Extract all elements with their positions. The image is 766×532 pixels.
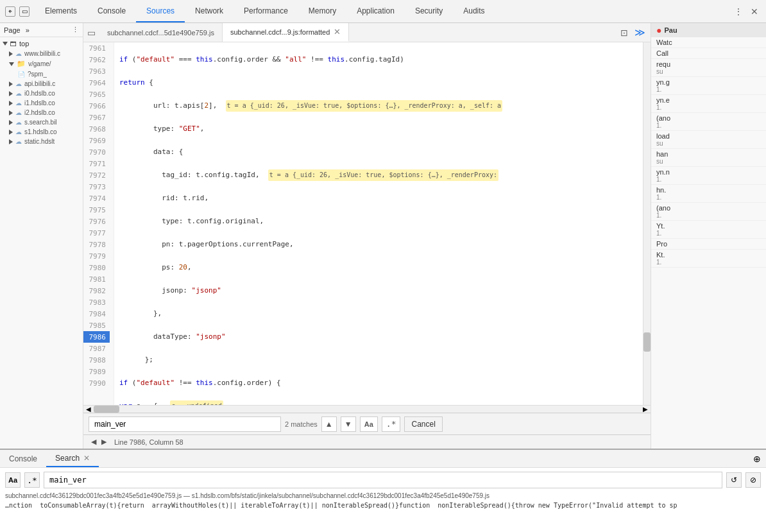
file-tabs: ▭ subchannel.cdcf...5d1e490e759.js subch… [83,23,651,42]
sidebar-label-i2: i2.hdslb.co [24,109,55,116]
right-han[interactable]: han su [651,149,766,167]
find-case-button[interactable]: Aa [360,416,378,432]
nav-tabs: Elements Console Sources Network Perform… [35,0,495,22]
find-cancel-button[interactable]: Cancel [404,416,442,432]
code-line-7968: type: t.config.original, [119,216,643,227]
right-panel-header: ● Pau [651,23,766,37]
expand-icon [9,120,13,125]
device-icon[interactable]: ▭ [19,6,30,17]
bottom-tab-search[interactable]: Search ✕ [46,450,99,467]
right-yn-g[interactable]: yn.g 1. [651,77,766,95]
sidebar-item-vgame[interactable]: 📁 v/game/ [0,58,83,69]
sidebar-item-top[interactable]: 🗔 top [0,39,83,49]
bottom-tab-console[interactable]: Console [0,450,46,467]
nav-back-icon[interactable]: ◀ [89,437,99,447]
right-requ[interactable]: requ su [651,59,766,77]
right-ano-2[interactable]: (ano 1. [651,203,766,221]
search-case-button[interactable]: Aa [5,472,21,488]
sidebar-item-ssearch[interactable]: ☁ s.search.bil [0,117,83,127]
tab-sources[interactable]: Sources [136,0,185,22]
sidebar-item-static[interactable]: ☁ static.hdslt [0,137,83,146]
bottom-area: Console Search ✕ ⊕ Aa .* ↺ ⊘ subchannel.… [0,449,766,532]
sidebar-item-i1[interactable]: ☁ i1.hdslb.co [0,98,83,108]
sidebar-item-bilibili[interactable]: ☁ www.bilibili.c [0,49,83,58]
right-yn-n[interactable]: yn.n 1. [651,167,766,185]
tab-network[interactable]: Network [185,0,234,22]
sidebar-item-spm[interactable]: 📄 ?spm_ [0,69,83,79]
panel-settings-icon[interactable]: ≫ [632,25,648,40]
devtools-toolbar: ⌖ ▭ Elements Console Sources Network Per… [0,0,766,23]
sidebar-label-api: api.bilibili.c [24,80,55,87]
inspect-icon[interactable]: ⌖ [5,6,15,17]
add-tab-icon[interactable]: ⊕ [753,454,761,464]
search-refresh-button[interactable]: ↺ [726,472,742,488]
sidebar-item-i2[interactable]: ☁ i2.hdslb.co [0,108,83,117]
right-pro[interactable]: Pro [651,239,766,250]
find-prev-button[interactable]: ▲ [321,416,337,432]
sidebar-item-i0[interactable]: ☁ i0.hdslb.co [0,89,83,98]
editor-area: ▭ subchannel.cdcf...5d1e490e759.js subch… [83,23,651,449]
status-bar: ◀ ▶ Line 7986, Column 58 [83,434,651,449]
tab-audits[interactable]: Audits [453,0,495,22]
close-panel-icon[interactable]: ✕ [748,5,761,18]
code-line-7976: var e = { e = undefined [119,400,643,405]
main-area: Page » ⋮ 🗔 top ☁ www.bilibili.c 📁 v/game… [0,23,766,449]
right-yn-e[interactable]: yn.e 1. [651,95,766,113]
find-bar: 2 matches ▲ ▼ Aa .* Cancel [83,413,651,434]
right-call[interactable]: Call [651,48,766,59]
search-row: Aa .* ↺ ⊘ [5,472,761,488]
find-regex-button[interactable]: .* [382,416,401,432]
code-line-7962: return { [119,77,643,89]
right-load[interactable]: load su [651,131,766,149]
search-clear-button[interactable]: ⊘ [745,472,761,488]
dock-icon[interactable]: ⊡ [618,26,631,39]
right-hn[interactable]: hn. 1. [651,185,766,203]
code-line-7975: if ("default" !== this.config.order) { [119,377,643,389]
close-tab-icon[interactable]: ✕ [334,27,341,37]
code-line-7969: pn: t.pagerOptions.currentPage, [119,239,643,250]
search-content: Aa .* ↺ ⊘ subchannel.cdcf4c36129bdc001fe… [0,468,766,532]
find-next-button[interactable]: ▼ [341,416,356,432]
sidebar-label-top: top [19,40,29,47]
settings-icon[interactable]: ⋮ [731,5,745,18]
sidebar-label-vgame: v/game/ [28,60,51,67]
right-kt[interactable]: Kt. 1. [651,250,766,268]
source-code-preview: …nction _toConsumableArray(t){return _ar… [5,502,761,509]
sidebar-item-s1[interactable]: ☁ s1.hdslb.co [0,127,83,137]
code-line-7972: }, [119,308,643,320]
status-text: Line 7986, Column 58 [114,438,183,446]
tab-performance[interactable]: Performance [234,0,298,22]
sidebar-header: Page » ⋮ [0,23,83,37]
search-regex-button[interactable]: .* [24,472,40,488]
find-input[interactable] [89,416,281,432]
file-tab-1[interactable]: subchannel.cdcf...9.js:formatted ✕ [223,23,349,42]
bottom-tab-console-label: Console [9,454,37,463]
tab-console[interactable]: Console [87,0,136,22]
right-ano-1[interactable]: (ano 1. [651,113,766,131]
bottom-tabs: Console Search ✕ ⊕ [0,450,766,468]
sidebar-item-api[interactable]: ☁ api.bilibili.c [0,79,83,89]
right-yt[interactable]: Yt. 1. [651,221,766,239]
nav-forward-icon[interactable]: ▶ [99,437,109,447]
expand-icon [9,82,13,87]
tab-elements[interactable]: Elements [35,0,87,22]
find-match-count: 2 matches [285,420,318,428]
code-content[interactable]: if ("default" === this.config.order && "… [114,42,643,405]
expand-icon [9,101,13,106]
tab-security[interactable]: Security [405,0,453,22]
tab-application[interactable]: Application [346,0,405,22]
expand-icon [9,62,14,66]
file-tab-label-0: subchannel.cdcf...5d1e490e759.js [107,29,214,37]
code-line-7965: data: { [119,146,643,158]
code-editor: 7961 7962 7963 7964 7965 7966 7967 7968 … [83,42,651,413]
file-tab-nav-icon[interactable]: ▭ [83,28,99,38]
file-tab-0[interactable]: subchannel.cdcf...5d1e490e759.js [99,23,223,42]
code-line-7967: rid: t.rid, [119,193,643,204]
close-search-tab-icon[interactable]: ✕ [83,454,90,463]
sidebar-menu-icon[interactable]: ⋮ [72,26,79,34]
tab-memory[interactable]: Memory [298,0,346,22]
search-input[interactable] [44,472,722,488]
code-line-7961: if ("default" === this.config.order && "… [119,54,643,65]
more-tabs-icon[interactable]: » [26,26,30,34]
right-watch[interactable]: Watc [651,37,766,48]
